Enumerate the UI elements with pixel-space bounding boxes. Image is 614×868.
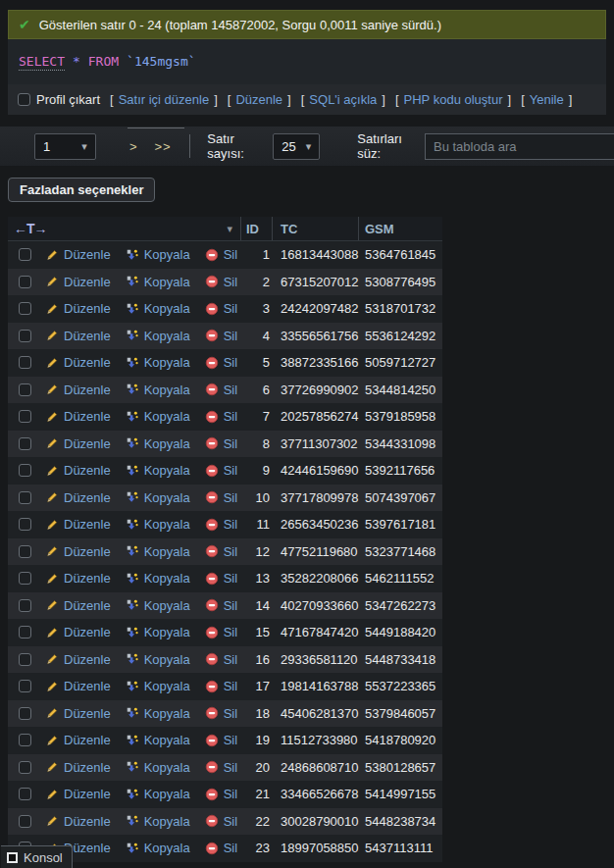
delete-link[interactable]: Sil	[205, 706, 237, 721]
copy-link[interactable]: Kopyala	[126, 625, 190, 639]
delete-link[interactable]: Sil	[205, 679, 237, 693]
chevron-down-icon[interactable]: ▾	[227, 223, 232, 235]
query-option-link[interactable]: PHP kodu oluştur	[404, 92, 503, 107]
copy-link[interactable]: Kopyala	[126, 679, 190, 693]
delete-link[interactable]: Sil	[205, 409, 237, 424]
console-bar[interactable]: Konsol	[1, 845, 73, 868]
delete-link[interactable]: Sil	[205, 760, 237, 775]
row-checkbox[interactable]	[19, 437, 31, 450]
delete-link[interactable]: Sil	[205, 517, 237, 532]
copy-link[interactable]: Kopyala	[126, 760, 190, 775]
edit-link[interactable]: Düzenle	[45, 787, 111, 801]
row-checkbox[interactable]	[19, 491, 31, 504]
profiling-checkbox[interactable]	[18, 93, 30, 106]
edit-link[interactable]: Düzenle	[45, 247, 111, 262]
copy-link[interactable]: Kopyala	[126, 544, 190, 559]
edit-link[interactable]: Düzenle	[45, 517, 111, 532]
edit-link[interactable]: Düzenle	[45, 598, 111, 613]
delete-link[interactable]: Sil	[205, 571, 237, 586]
delete-link[interactable]: Sil	[205, 329, 237, 343]
delete-link[interactable]: Sil	[205, 436, 237, 451]
copy-link[interactable]: Kopyala	[126, 706, 190, 721]
row-checkbox[interactable]	[19, 734, 31, 746]
row-checkbox[interactable]	[19, 788, 31, 800]
column-header-gsm[interactable]: GSM	[359, 217, 442, 240]
row-checkbox[interactable]	[19, 356, 31, 369]
edit-link[interactable]: Düzenle	[45, 301, 111, 316]
copy-link[interactable]: Kopyala	[126, 517, 190, 532]
copy-link[interactable]: Kopyala	[126, 247, 190, 262]
column-reorder-icon[interactable]: ←T→	[14, 221, 47, 236]
query-option-link[interactable]: Satır içi düzenle	[119, 92, 210, 107]
row-checkbox[interactable]	[19, 599, 31, 612]
copy-link[interactable]: Kopyala	[126, 598, 190, 613]
page-select[interactable]: 1 ▾	[34, 133, 96, 160]
copy-link[interactable]: Kopyala	[126, 571, 190, 586]
row-checkbox[interactable]	[19, 761, 31, 774]
edit-link[interactable]: Düzenle	[45, 383, 111, 397]
edit-link[interactable]: Düzenle	[45, 329, 111, 343]
copy-link[interactable]: Kopyala	[126, 329, 190, 343]
delete-link[interactable]: Sil	[205, 301, 237, 316]
delete-link[interactable]: Sil	[205, 463, 237, 478]
edit-link[interactable]: Düzenle	[45, 760, 111, 775]
row-checkbox[interactable]	[19, 330, 31, 342]
edit-link[interactable]: Düzenle	[45, 490, 111, 505]
row-checkbox[interactable]	[19, 815, 31, 828]
delete-link[interactable]: Sil	[205, 841, 237, 855]
edit-link[interactable]: Düzenle	[45, 463, 111, 478]
copy-link[interactable]: Kopyala	[126, 814, 190, 829]
copy-link[interactable]: Kopyala	[126, 355, 190, 370]
query-option-link[interactable]: SQL'i açıkla	[309, 92, 377, 107]
delete-link[interactable]: Sil	[205, 652, 237, 667]
edit-link[interactable]: Düzenle	[45, 814, 111, 829]
edit-link[interactable]: Düzenle	[45, 733, 111, 747]
sql-keyword-select[interactable]: SELECT	[19, 54, 65, 71]
copy-link[interactable]: Kopyala	[126, 490, 190, 505]
delete-link[interactable]: Sil	[205, 733, 237, 747]
page-size-select[interactable]: 25 ▾	[273, 133, 320, 160]
delete-link[interactable]: Sil	[205, 247, 237, 262]
column-header-id[interactable]: ID	[241, 217, 273, 240]
query-option-link[interactable]: Düzenle	[235, 92, 282, 107]
actions-header-cell[interactable]: ←T→ ▾	[8, 217, 241, 240]
row-checkbox[interactable]	[19, 707, 31, 720]
row-checkbox[interactable]	[19, 276, 31, 288]
row-checkbox[interactable]	[19, 653, 31, 666]
edit-link[interactable]: Düzenle	[45, 679, 111, 693]
edit-link[interactable]: Düzenle	[45, 652, 111, 667]
row-checkbox[interactable]	[19, 464, 31, 477]
row-checkbox[interactable]	[19, 626, 31, 638]
row-checkbox[interactable]	[19, 248, 31, 261]
copy-link[interactable]: Kopyala	[126, 383, 190, 397]
copy-link[interactable]: Kopyala	[126, 275, 190, 289]
copy-link[interactable]: Kopyala	[126, 409, 190, 424]
column-header-tc[interactable]: TC	[273, 217, 359, 240]
last-page-link[interactable]: >>	[154, 139, 171, 154]
row-checkbox[interactable]	[19, 410, 31, 423]
row-checkbox[interactable]	[19, 572, 31, 585]
edit-link[interactable]: Düzenle	[45, 544, 111, 559]
edit-link[interactable]: Düzenle	[45, 436, 111, 451]
more-options-button[interactable]: Fazladan seçenekler	[8, 178, 155, 202]
delete-link[interactable]: Sil	[205, 355, 237, 370]
next-page-link[interactable]: >	[129, 139, 137, 154]
row-checkbox[interactable]	[19, 383, 31, 396]
copy-link[interactable]: Kopyala	[126, 733, 190, 747]
delete-link[interactable]: Sil	[205, 275, 237, 289]
table-search-input[interactable]	[425, 133, 614, 160]
delete-link[interactable]: Sil	[205, 625, 237, 639]
copy-link[interactable]: Kopyala	[126, 652, 190, 667]
delete-link[interactable]: Sil	[205, 490, 237, 505]
copy-link[interactable]: Kopyala	[126, 787, 190, 801]
copy-link[interactable]: Kopyala	[126, 463, 190, 478]
row-checkbox[interactable]	[19, 545, 31, 558]
row-checkbox[interactable]	[19, 518, 31, 531]
delete-link[interactable]: Sil	[205, 598, 237, 613]
delete-link[interactable]: Sil	[205, 787, 237, 801]
edit-link[interactable]: Düzenle	[45, 706, 111, 721]
delete-link[interactable]: Sil	[205, 814, 237, 829]
query-option-link[interactable]: Yenile	[530, 92, 564, 107]
edit-link[interactable]: Düzenle	[45, 275, 111, 289]
row-checkbox[interactable]	[19, 302, 31, 315]
